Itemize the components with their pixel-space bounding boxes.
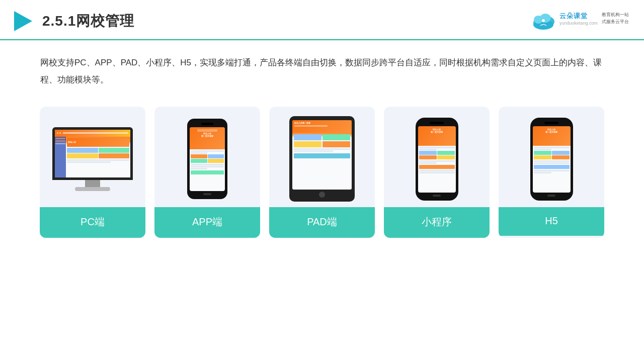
svg-point-6: [542, 19, 545, 22]
card-app-label: APP端: [154, 207, 260, 238]
logo-url: yunduoketang.com: [559, 21, 598, 26]
card-h5: 职达人的第一堂开课课: [499, 107, 604, 238]
header-left: 2.5.1网校管理: [10, 9, 134, 33]
h5-device-mockup: 职达人的第一堂开课课: [530, 118, 573, 201]
card-app: 职达人的第一堂开课课: [154, 107, 260, 238]
card-mini-image: 职达人的第一堂开课课: [384, 107, 490, 207]
card-pad-label: PAD端: [269, 207, 375, 238]
cloud-logo-icon: [529, 12, 557, 31]
svg-marker-0: [14, 11, 32, 31]
description-text: 网校支持PC、APP、PAD、小程序、H5，实现多端打通，产品各终端自由切换，数…: [0, 40, 644, 97]
card-app-image: 职达人的第一堂开课课: [154, 107, 260, 207]
header: 2.5.1网校管理 云朵课堂 yunduoketang.com 教育机构一站式服…: [0, 0, 644, 40]
play-icon: [10, 9, 34, 33]
card-mini: 职达人的第一堂开课课: [384, 107, 490, 238]
card-pad-image: 职达人的第一堂课: [269, 107, 375, 207]
page-title: 2.5.1网校管理: [42, 12, 134, 31]
mini-device-mockup: 职达人的第一堂开课课: [416, 118, 458, 201]
cards-container: 职场人的: [0, 97, 644, 248]
app-device-mockup: 职达人的第一堂开课课: [187, 119, 227, 199]
card-pad: 职达人的第一堂课: [269, 107, 375, 238]
svg-point-5: [540, 14, 551, 23]
card-pc-image: 职场人的: [40, 107, 145, 207]
card-h5-label: H5: [499, 207, 604, 236]
pad-device-mockup: 职达人的第一堂课: [289, 116, 355, 202]
card-pc-label: PC端: [40, 207, 145, 238]
pc-device-mockup: 职场人的: [50, 127, 135, 191]
card-pc: 职场人的: [40, 107, 145, 238]
card-mini-label: 小程序: [384, 207, 490, 238]
logo-slogan: 教育机构一站式服务云平台: [602, 12, 629, 25]
logo-area: 云朵课堂 yunduoketang.com 教育机构一站式服务云平台: [529, 12, 629, 31]
card-h5-image: 职达人的第一堂开课课: [499, 107, 604, 207]
logo-brand: 云朵课堂: [559, 12, 598, 21]
